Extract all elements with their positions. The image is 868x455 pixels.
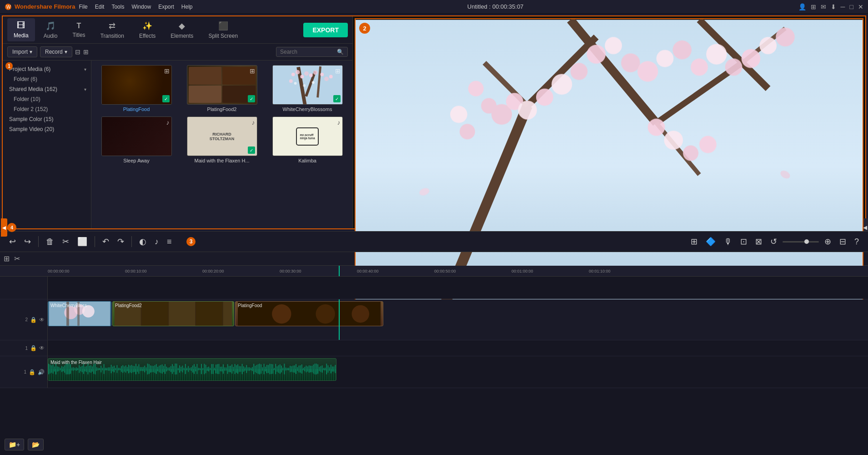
magnet-icon[interactable]: 🔷 bbox=[703, 235, 718, 248]
snap-button[interactable]: ⊞ bbox=[688, 235, 700, 248]
media-item-plating-food2[interactable]: ⊞ ✓ PlatingFood2 bbox=[181, 65, 262, 112]
close-button[interactable]: ✕ bbox=[858, 3, 863, 10]
grid-view-icon[interactable]: ⊞ bbox=[83, 48, 89, 56]
track-content-1[interactable] bbox=[48, 340, 868, 356]
filter-icon[interactable]: ⊟ bbox=[75, 48, 80, 56]
svg-point-12 bbox=[320, 73, 324, 76]
track-content-2[interactable]: WhiteCherryBloss PlatingFo bbox=[48, 299, 868, 340]
grid-icon-plating-food: ⊞ bbox=[164, 67, 170, 75]
profile-icon[interactable]: 👤 bbox=[798, 3, 806, 10]
import-dropdown-icon: ▾ bbox=[30, 49, 32, 55]
audio-clip-maid[interactable]: Maid with the Flaxen Hair bbox=[48, 358, 336, 381]
search-input[interactable] bbox=[280, 49, 335, 55]
subtitle-button[interactable]: ⊡ bbox=[738, 235, 750, 248]
sidebar-item-sample-video[interactable]: Sample Video (20) bbox=[3, 124, 91, 134]
svg-point-48 bbox=[450, 106, 467, 123]
menu-help[interactable]: Help bbox=[181, 4, 193, 10]
media-item-plating-food[interactable]: ⊞ ✓ PlatingFood bbox=[96, 65, 177, 112]
track-content-empty[interactable] bbox=[48, 277, 868, 299]
tab-effects[interactable]: ✨ Effects bbox=[133, 18, 162, 42]
sidebar-item-sample-color[interactable]: Sample Color (15) bbox=[3, 114, 91, 124]
track-volume-icon-audio[interactable]: 🔊 bbox=[38, 369, 45, 375]
record-button[interactable]: Record ▾ bbox=[40, 46, 72, 57]
tab-elements[interactable]: ◆ Elements bbox=[164, 18, 200, 42]
tab-titles[interactable]: T Titles bbox=[66, 19, 91, 41]
clip-white-cherry[interactable]: WhiteCherryBloss bbox=[48, 301, 111, 326]
svg-point-40 bbox=[672, 40, 692, 60]
svg-text:W: W bbox=[6, 5, 11, 10]
crop-button[interactable]: ⬜ bbox=[75, 235, 90, 248]
track-visibility-icon-2[interactable]: 👁 bbox=[39, 317, 45, 323]
media-item-sleep-away[interactable]: ♪ Sleep Away bbox=[96, 116, 177, 163]
grid-icon[interactable]: ⊞ bbox=[811, 3, 816, 10]
minimize-button[interactable]: ─ bbox=[841, 3, 845, 10]
svg-point-9 bbox=[304, 71, 309, 76]
menu-bar: File Edit Tools Window Export Help bbox=[79, 4, 192, 10]
scissor-track-button[interactable]: ✂ bbox=[14, 254, 20, 263]
track-controls-empty bbox=[0, 277, 48, 299]
svg-point-52 bbox=[683, 145, 698, 161]
menu-export[interactable]: Export bbox=[158, 4, 174, 10]
track-row-1: 1 🔒 👁 bbox=[0, 340, 868, 356]
delete-button[interactable]: 🗑 bbox=[43, 235, 57, 248]
rotate-left-button[interactable]: ↶ bbox=[100, 235, 112, 248]
cut-button[interactable]: ✂ bbox=[60, 235, 72, 248]
clip-plating-food2[interactable]: PlatingFood2 bbox=[112, 301, 234, 326]
svg-point-47 bbox=[468, 81, 484, 96]
main-layout: 🎞 Media 🎵 Audio T Titles ⇄ Transition ✨ bbox=[0, 14, 868, 455]
svg-point-32 bbox=[536, 89, 553, 106]
tab-split-screen[interactable]: ⬛ Split Screen bbox=[202, 18, 244, 42]
menu-window[interactable]: Window bbox=[131, 4, 151, 10]
sidebar-item-folder-2[interactable]: Folder 2 (152) bbox=[3, 104, 91, 114]
svg-point-43 bbox=[725, 59, 743, 76]
rotate-right-button[interactable]: ↷ bbox=[115, 235, 127, 248]
tab-transition[interactable]: ⇄ Transition bbox=[94, 18, 130, 42]
voice-button[interactable]: 🎙 bbox=[721, 235, 735, 248]
maximize-button[interactable]: □ bbox=[850, 3, 853, 10]
track-lock-icon-1[interactable]: 🔒 bbox=[30, 345, 37, 351]
media-label-plating-food: PlatingFood bbox=[123, 106, 150, 112]
svg-rect-70 bbox=[223, 302, 232, 326]
sidebar-item-project-media[interactable]: 1 Project Media (6) ▾ bbox=[3, 64, 91, 74]
track-row-2: 2 🔒 👁 ◀ 4 bbox=[0, 299, 868, 340]
zoom-fit-button[interactable]: ⊕ bbox=[822, 235, 834, 248]
search-icon[interactable]: 🔍 bbox=[337, 49, 344, 55]
elements-tab-icon: ◆ bbox=[179, 21, 185, 31]
mail-icon[interactable]: ✉ bbox=[821, 3, 826, 10]
track-visibility-icon-1[interactable]: 👁 bbox=[39, 345, 45, 351]
track-content-audio[interactable]: Maid with the Flaxen Hair bbox=[48, 356, 868, 388]
media-thumb-maid-flaxen: RICHARD STOLTZMAN ♪ ✓ bbox=[187, 116, 257, 156]
add-track-button[interactable]: ⊞ bbox=[4, 254, 10, 263]
menu-tools[interactable]: Tools bbox=[111, 4, 124, 10]
clip-label-cherry: WhiteCherryBloss bbox=[50, 303, 87, 308]
undo-button[interactable]: ↩ bbox=[6, 235, 19, 248]
transition-tab-icon: ⇄ bbox=[109, 21, 115, 31]
redo-button[interactable]: ↪ bbox=[21, 235, 34, 248]
audio-icon-kalimba: ♪ bbox=[337, 119, 341, 126]
media-item-white-cherry-blossoms[interactable]: ⊞ ✓ WhiteCherryBlossoms bbox=[267, 65, 348, 112]
color-button[interactable]: ◐ bbox=[136, 235, 149, 248]
help-button[interactable]: ? bbox=[852, 235, 862, 248]
timeline-view-button[interactable]: ⊟ bbox=[837, 235, 849, 248]
menu-file[interactable]: File bbox=[79, 4, 87, 10]
clip-plating-food[interactable]: PlatingFood bbox=[235, 301, 383, 326]
export-button[interactable]: EXPORT bbox=[303, 23, 348, 37]
media-item-kalimba[interactable]: mr.scruffninja tuna ♪ Kalimba bbox=[267, 116, 348, 163]
media-item-maid-flaxen[interactable]: RICHARD STOLTZMAN ♪ ✓ Maid with the Flax… bbox=[181, 116, 262, 163]
audio-btn[interactable]: ♪ bbox=[152, 235, 161, 248]
tab-media[interactable]: 🎞 Media bbox=[7, 18, 35, 41]
track-lock-icon-2[interactable]: 🔒 bbox=[30, 317, 37, 323]
track-lock-icon-audio[interactable]: 🔒 bbox=[29, 369, 35, 375]
svg-point-16 bbox=[294, 82, 296, 85]
split-button[interactable]: ≡ bbox=[164, 235, 175, 248]
tab-audio[interactable]: 🎵 Audio bbox=[37, 18, 64, 42]
download-icon[interactable]: ⬇ bbox=[831, 3, 836, 10]
pip-button[interactable]: ⊠ bbox=[753, 235, 765, 248]
loop-button[interactable]: ↺ bbox=[768, 235, 780, 248]
menu-edit[interactable]: Edit bbox=[95, 4, 105, 10]
import-button[interactable]: Import ▾ bbox=[7, 46, 37, 57]
sidebar-item-folder[interactable]: Folder (6) bbox=[3, 74, 91, 84]
zoom-slider[interactable] bbox=[783, 241, 819, 243]
sidebar-item-shared-media[interactable]: Shared Media (162) ▾ bbox=[3, 84, 91, 94]
sidebar-item-folder-10[interactable]: Folder (10) bbox=[3, 94, 91, 104]
